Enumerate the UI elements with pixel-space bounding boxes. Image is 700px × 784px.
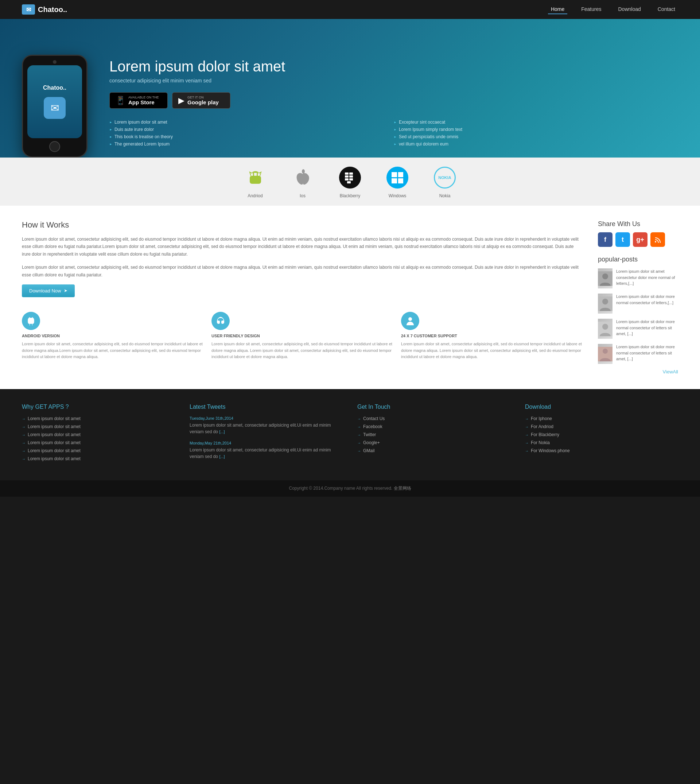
contact-link-3[interactable]: Google+ xyxy=(363,440,380,445)
dl-item-3: For Nokia xyxy=(525,440,678,445)
windows-icon-container xyxy=(385,165,410,190)
footer-contact-title: Get In Touch xyxy=(357,404,510,410)
main-right: Share With Us f t g+ popular-posts xyxy=(598,220,678,375)
popular-thumb-0 xyxy=(598,269,612,289)
nav-links: Home Features Download Contact xyxy=(548,5,678,14)
android-feature-svg xyxy=(26,316,36,326)
phone-screen-title: Chatoo.. xyxy=(43,85,67,91)
platform-android-label: Andriod xyxy=(242,193,268,199)
contact-item-3: Google+ xyxy=(357,440,510,445)
view-all-link[interactable]: ViewAll xyxy=(663,369,678,375)
popular-post-2: Lorem ipsum dolor sit dolor more normal … xyxy=(598,319,678,339)
feature-ux-desc: Lorem ipsum dolor sit amet, consectetur … xyxy=(212,341,394,360)
platform-windows-label: Windows xyxy=(385,193,410,199)
dl-item-1: For Andriod xyxy=(525,424,678,429)
feature-item-6: The generated Lorem Ipsum xyxy=(109,142,379,147)
contact-link-0[interactable]: Contact Us xyxy=(363,416,385,421)
feature-ux-icon xyxy=(212,312,230,330)
platform-nokia-label: Nokia xyxy=(432,193,458,199)
footer-link[interactable]: 全景网络 xyxy=(394,486,411,491)
platform-blackberry-label: Blackberry xyxy=(337,193,363,199)
feature-support-desc: Lorem ipsum dolor sit amet, consectetur … xyxy=(401,341,583,360)
popular-thumb-2 xyxy=(598,319,612,339)
nav-contact[interactable]: Contact xyxy=(655,5,678,14)
svg-point-17 xyxy=(408,317,412,321)
feature-item-7: vel illum qui dolorem eum xyxy=(394,142,663,147)
how-it-works-title: How it Works xyxy=(22,220,583,230)
nav-features[interactable]: Features xyxy=(578,5,604,14)
android-icon-container xyxy=(242,165,268,190)
contact-link-4[interactable]: GMail xyxy=(363,448,375,453)
rss-share-button[interactable] xyxy=(650,232,665,247)
dl-link-0[interactable]: For Iphone xyxy=(531,416,552,421)
nokia-icon-container: NOKIA xyxy=(432,165,458,190)
feature-card-ux: USER FRIENDLY DESIGN Lorem ipsum dolor s… xyxy=(212,312,394,360)
google-play-button[interactable]: ▶ GET IT ON Google play xyxy=(172,92,230,108)
feature-card-android: ANDROID VERSION Lorem ipsum dolor sit am… xyxy=(22,312,204,360)
how-it-works-para-1: Lorem ipsum dolor sit amet, consectetur … xyxy=(22,235,583,258)
tweet-1: Monday,May 21th,2014 Lorem ipsum dolor s… xyxy=(190,441,343,460)
footer-why-list: Lorem ipsum dolor sit amet Lorem ipsum d… xyxy=(22,416,175,461)
hero-section: Chatoo.. ✉ Lorem ipsum dolor sit amet co… xyxy=(0,19,700,157)
tweet-more-0[interactable]: [...] xyxy=(219,430,225,434)
platform-windows[interactable]: Windows xyxy=(385,165,410,199)
contact-link-1[interactable]: Facebook xyxy=(363,424,382,429)
nokia-icon: NOKIA xyxy=(434,167,456,188)
apple-svg-icon xyxy=(293,168,312,188)
svg-rect-9 xyxy=(349,172,353,175)
platform-blackberry[interactable]: Blackberry xyxy=(337,165,363,199)
tweet-text-0: Lorem ipsum dolor sit amet, consectetur … xyxy=(190,422,343,435)
google-play-text: GET IT ON Google play xyxy=(187,95,219,105)
footer-contact-list: Contact Us Facebook Twitter Google+ GMai… xyxy=(357,416,510,453)
person-thumb-2 xyxy=(598,322,612,336)
svg-point-7 xyxy=(302,169,305,173)
svg-rect-13 xyxy=(349,178,353,180)
why-item-3: Lorem ipsum dolor sit amet xyxy=(22,440,175,445)
nav-download[interactable]: Download xyxy=(615,5,643,14)
footer-tweets-title: Latest Tweets xyxy=(190,404,343,410)
platform-ios[interactable]: Ios xyxy=(290,165,315,199)
apple-store-icon: 📱 xyxy=(115,96,125,105)
dl-link-2[interactable]: For Blackberry xyxy=(531,432,559,437)
tweet-text-1: Lorem ipsum dolor sit amet, consectetur … xyxy=(190,447,343,460)
twitter-share-button[interactable]: t xyxy=(615,232,630,247)
platforms-section: Andriod Ios Blackbe xyxy=(0,157,700,206)
social-icons: f t g+ xyxy=(598,232,678,247)
nav-home[interactable]: Home xyxy=(548,5,567,14)
google-play-label: GET IT ON xyxy=(187,95,219,99)
facebook-share-button[interactable]: f xyxy=(598,232,612,247)
app-store-label: AVAILABLE ON THE xyxy=(128,95,159,99)
platform-nokia[interactable]: NOKIA Nokia xyxy=(432,165,458,199)
download-now-button[interactable]: Download Now xyxy=(22,284,75,297)
hero-features-list: Lorem ipsum dolor sit amet Excepteur sin… xyxy=(109,120,663,147)
contact-item-1: Facebook xyxy=(357,424,510,429)
why-item-2: Lorem ipsum dolor sit amet xyxy=(22,432,175,437)
svg-point-20 xyxy=(602,274,608,279)
feature-android-title: ANDROID VERSION xyxy=(22,334,204,338)
popular-post-text-3: Lorem ipsum dolor sit dolor more normal … xyxy=(616,344,678,362)
contact-link-2[interactable]: Twitter xyxy=(363,432,376,437)
svg-point-24 xyxy=(602,324,608,330)
tweet-date-1: Monday,May 21th,2014 xyxy=(190,441,343,445)
dl-item-4: For Windows phone xyxy=(525,448,678,453)
svg-rect-12 xyxy=(345,178,348,180)
tweet-more-1[interactable]: [...] xyxy=(219,454,225,459)
app-store-button[interactable]: 📱 AVAILABLE ON THE App Store xyxy=(109,92,168,108)
svg-rect-4 xyxy=(257,174,258,176)
dl-link-1[interactable]: For Andriod xyxy=(531,424,553,429)
dl-item-0: For Iphone xyxy=(525,416,678,421)
app-store-name: App Store xyxy=(128,99,159,105)
feature-item-1: Excepteur sint occaecat xyxy=(394,120,663,125)
footer-download-title: Download xyxy=(525,404,678,410)
svg-rect-14 xyxy=(347,181,351,183)
footer-main: Why GET APPS ? Lorem ipsum dolor sit ame… xyxy=(0,389,700,480)
googleplus-share-button[interactable]: g+ xyxy=(633,232,648,247)
dl-link-3[interactable]: For Nokia xyxy=(531,440,550,445)
footer-download-list: For Iphone For Andriod For Blackberry Fo… xyxy=(525,416,678,453)
popular-post-1: Lorem ipsum dolor sit dolor more normal … xyxy=(598,294,678,314)
dl-link-4[interactable]: For Windows phone xyxy=(531,448,570,453)
feature-item-4: This book is treatise on theory xyxy=(109,134,379,139)
platform-android[interactable]: Andriod xyxy=(242,165,268,199)
windows-grid xyxy=(392,172,403,183)
hero-title: Lorem ipsum dolor sit amet xyxy=(109,58,663,75)
